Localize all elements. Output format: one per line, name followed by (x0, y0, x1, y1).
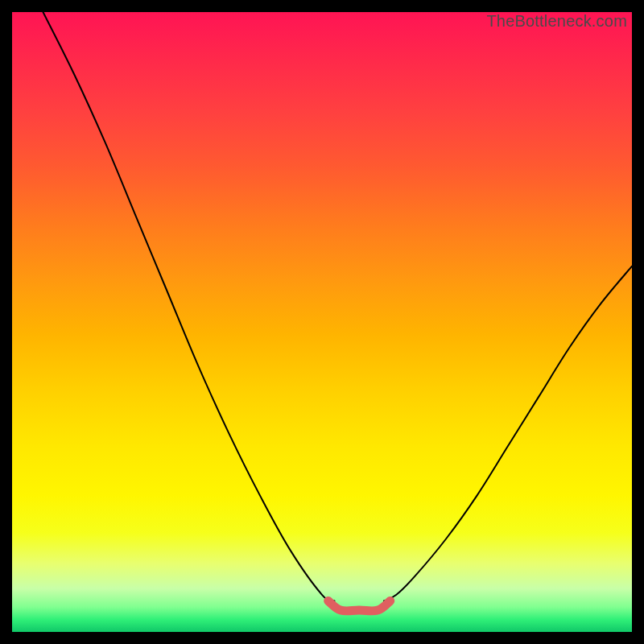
curve-right (384, 266, 632, 601)
plot-area: TheBottleneck.com (12, 12, 632, 632)
chart-frame: TheBottleneck.com (0, 0, 644, 644)
chart-svg (12, 12, 632, 632)
curve-left (43, 12, 335, 601)
trough-band (328, 601, 390, 611)
